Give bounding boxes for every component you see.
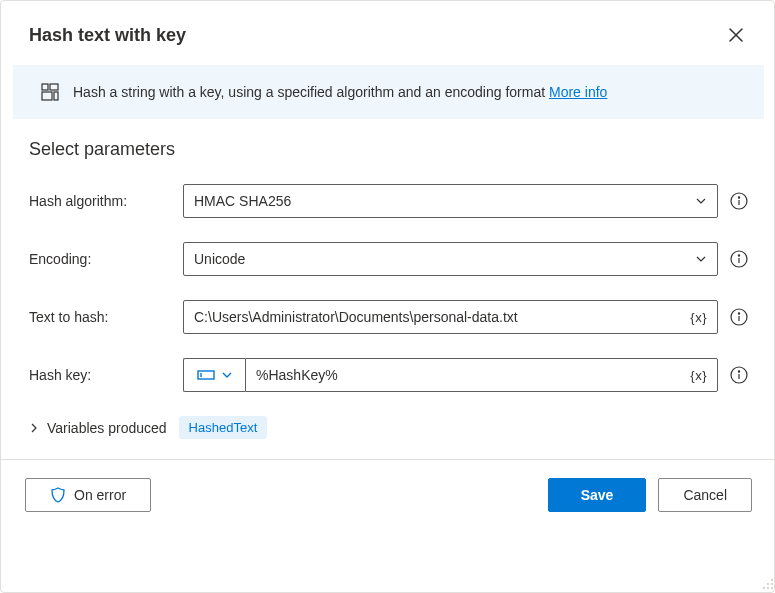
svg-point-7	[738, 255, 739, 256]
select-encoding[interactable]: Unicode	[183, 242, 718, 276]
action-icon	[41, 83, 59, 101]
more-info-link[interactable]: More info	[549, 84, 607, 100]
chevron-down-icon	[221, 369, 233, 381]
text-input-icon	[197, 369, 215, 381]
close-button[interactable]	[720, 19, 752, 51]
chevron-down-icon	[695, 253, 707, 265]
variables-produced-label: Variables produced	[47, 420, 167, 436]
svg-point-17	[767, 587, 769, 589]
svg-point-15	[771, 583, 773, 585]
svg-rect-3	[54, 92, 58, 100]
info-icon-text-to-hash[interactable]	[730, 308, 748, 326]
svg-point-9	[738, 313, 739, 314]
chevron-down-icon	[695, 195, 707, 207]
svg-point-14	[767, 583, 769, 585]
variables-produced-expander[interactable]: Variables produced	[29, 420, 167, 436]
section-title: Select parameters	[29, 139, 748, 160]
label-hash-key: Hash key:	[29, 367, 183, 383]
svg-rect-0	[42, 84, 48, 90]
dialog-title: Hash text with key	[29, 25, 186, 46]
param-hash-key: Hash key: %HashKey% {x}	[29, 358, 748, 392]
info-banner-text: Hash a string with a key, using a specif…	[73, 84, 607, 100]
info-icon-encoding[interactable]	[730, 250, 748, 268]
parameters-section: Select parameters Hash algorithm: HMAC S…	[1, 129, 775, 459]
info-icon-hash-algorithm[interactable]	[730, 192, 748, 210]
shield-icon	[50, 487, 66, 503]
label-hash-algorithm: Hash algorithm:	[29, 193, 183, 209]
variables-produced-row: Variables produced HashedText	[29, 416, 748, 439]
save-button[interactable]: Save	[548, 478, 647, 512]
svg-point-13	[771, 579, 773, 581]
svg-point-5	[738, 197, 739, 198]
param-hash-algorithm: Hash algorithm: HMAC SHA256	[29, 184, 748, 218]
input-text-to-hash[interactable]: C:\Users\Administrator\Documents\persona…	[183, 300, 718, 334]
select-hash-algorithm[interactable]: HMAC SHA256	[183, 184, 718, 218]
variable-picker-button[interactable]: {x}	[690, 310, 707, 325]
svg-point-16	[763, 587, 765, 589]
input-hash-key[interactable]: %HashKey% {x}	[245, 358, 718, 392]
close-icon	[729, 28, 743, 42]
dialog-footer: On error Save Cancel	[1, 459, 775, 530]
chevron-right-icon	[29, 423, 39, 433]
variable-chip-hashedtext[interactable]: HashedText	[179, 416, 268, 439]
resize-grip-icon	[762, 578, 774, 590]
on-error-button[interactable]: On error	[25, 478, 151, 512]
svg-point-18	[771, 587, 773, 589]
svg-point-12	[738, 371, 739, 372]
input-type-selector-button[interactable]	[183, 358, 245, 392]
param-text-to-hash: Text to hash: C:\Users\Administrator\Doc…	[29, 300, 748, 334]
svg-rect-2	[42, 92, 52, 100]
info-icon-hash-key[interactable]	[730, 366, 748, 384]
variable-picker-button[interactable]: {x}	[690, 368, 707, 383]
svg-rect-1	[50, 84, 58, 90]
cancel-button[interactable]: Cancel	[658, 478, 752, 512]
info-banner: Hash a string with a key, using a specif…	[13, 65, 764, 119]
label-text-to-hash: Text to hash:	[29, 309, 183, 325]
label-encoding: Encoding:	[29, 251, 183, 267]
param-encoding: Encoding: Unicode	[29, 242, 748, 276]
dialog-header: Hash text with key	[1, 1, 775, 65]
